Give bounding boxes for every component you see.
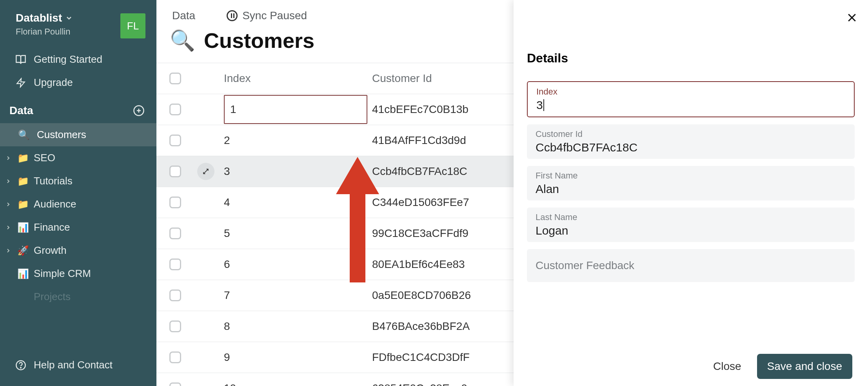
row-checkbox[interactable] — [169, 382, 181, 386]
row-checkbox[interactable] — [169, 259, 181, 270]
svg-line-6 — [203, 169, 208, 174]
sidebar-header: Datablist Florian Poullin FL — [0, 8, 156, 48]
folder-icon: 🚀 — [16, 245, 30, 256]
sidebar-folder-item[interactable]: 🚀Growth — [0, 239, 156, 262]
cell-index[interactable]: 9 — [218, 351, 367, 364]
search-icon: 🔍 — [18, 129, 30, 140]
cell-index-editing[interactable]: 1 — [224, 95, 367, 124]
page-emoji-icon: 🔍 — [170, 29, 195, 53]
sidebar-item-label: Upgrade — [34, 76, 73, 89]
field-label: First Name — [536, 171, 846, 181]
svg-point-5 — [20, 367, 21, 368]
folder-icon: 📊 — [16, 222, 30, 233]
workspace-switcher[interactable]: Datablist — [16, 12, 73, 24]
sidebar-item-simple-crm[interactable]: 📊 Simple CRM — [0, 262, 156, 285]
sidebar-item-label: Projects — [34, 291, 71, 303]
sidebar-item-label: Simple CRM — [34, 268, 91, 280]
field-last-name[interactable]: Last Name Logan — [527, 208, 855, 242]
row-checkbox[interactable] — [169, 228, 181, 239]
row-checkbox[interactable] — [169, 135, 181, 146]
sidebar-item-label: Getting Started — [34, 53, 102, 66]
field-placeholder: Customer Feedback — [536, 254, 846, 277]
chevron-right-icon — [4, 155, 13, 161]
sidebar-item-getting-started[interactable]: Getting Started — [0, 48, 156, 71]
brand-name: Datablist — [16, 12, 62, 24]
details-heading: Details — [527, 51, 855, 66]
select-all-checkbox[interactable] — [169, 73, 181, 84]
add-collection-button[interactable] — [133, 105, 145, 117]
sidebar-item-label: Audience — [34, 198, 76, 210]
sidebar-item-projects[interactable]: Projects — [0, 285, 156, 308]
chevron-right-icon — [4, 178, 13, 184]
close-button[interactable] — [846, 12, 858, 24]
cell-index[interactable]: 3 — [218, 165, 367, 178]
save-and-close-button[interactable]: Save and close — [757, 354, 852, 379]
cell-index[interactable]: 6 — [218, 258, 367, 271]
details-panel: Details Index 3 Customer Id Ccb4fbCB7FAc… — [514, 0, 868, 386]
row-checkbox[interactable] — [169, 320, 181, 332]
chevron-right-icon — [4, 248, 13, 254]
cell-index[interactable]: 10 — [218, 382, 367, 386]
field-value: Alan — [536, 182, 846, 196]
svg-marker-0 — [17, 78, 25, 87]
chart-icon: 📊 — [16, 268, 30, 279]
field-first-name[interactable]: First Name Alan — [527, 166, 855, 200]
column-header-index[interactable]: Index — [218, 72, 367, 85]
sidebar-item-help[interactable]: Help and Contact — [0, 353, 156, 377]
book-icon — [15, 54, 27, 65]
bolt-icon — [15, 78, 27, 88]
main: Data Sync Paused 🔍 Customers Index Custo… — [156, 0, 868, 386]
row-checkbox[interactable] — [169, 290, 181, 301]
folder-icon: 📁 — [16, 153, 30, 164]
breadcrumb-data[interactable]: Data — [172, 9, 195, 22]
field-value: 3 — [536, 98, 543, 112]
pause-icon — [227, 10, 238, 21]
sidebar-item-upgrade[interactable]: Upgrade — [0, 71, 156, 94]
chevron-down-icon — [65, 14, 73, 22]
folder-icon: 📁 — [16, 176, 30, 187]
section-label: Data — [9, 104, 33, 117]
field-value: Logan — [536, 224, 846, 237]
sidebar-item-label: Finance — [34, 221, 70, 233]
page-title: Customers — [204, 28, 314, 53]
sidebar-folder-item[interactable]: 📊Finance — [0, 216, 156, 239]
row-checkbox[interactable] — [169, 351, 181, 363]
text-caret-icon — [543, 99, 544, 111]
help-icon — [15, 360, 27, 371]
chevron-right-icon — [4, 201, 13, 208]
field-label: Customer Id — [536, 129, 846, 139]
sidebar-folder-item[interactable]: 📁Tutorials — [0, 169, 156, 193]
close-text-button[interactable]: Close — [713, 360, 741, 373]
cell-index[interactable]: 8 — [218, 320, 367, 333]
chevron-right-icon — [4, 224, 13, 231]
sidebar-section-data: Data — [0, 94, 156, 123]
field-label: Index — [536, 87, 845, 97]
expand-row-button[interactable] — [197, 163, 214, 180]
sidebar-item-label: Customers — [37, 129, 86, 141]
cell-index[interactable]: 5 — [218, 227, 367, 240]
field-customer-id[interactable]: Customer Id Ccb4fbCB7FAc18C — [527, 124, 855, 159]
sync-status[interactable]: Sync Paused — [227, 9, 307, 22]
row-checkbox[interactable] — [169, 197, 181, 208]
sidebar-folder-item[interactable]: 📁SEO — [0, 146, 156, 169]
sidebar: Datablist Florian Poullin FL Getting Sta… — [0, 0, 156, 386]
field-customer-feedback[interactable]: Customer Feedback — [527, 249, 855, 282]
cell-index[interactable]: 4 — [218, 196, 367, 209]
field-index[interactable]: Index 3 — [527, 81, 855, 117]
sidebar-folder-item[interactable]: 📁Audience — [0, 193, 156, 216]
field-value: Ccb4fbCB7FAc18C — [536, 141, 846, 154]
cell-index[interactable]: 2 — [218, 134, 367, 147]
cell-index[interactable]: 7 — [218, 289, 367, 302]
field-label: Last Name — [536, 212, 846, 222]
sidebar-item-label: Help and Contact — [34, 359, 113, 371]
sidebar-item-label: Growth — [34, 244, 67, 257]
row-checkbox[interactable] — [169, 166, 181, 177]
sidebar-item-label: SEO — [34, 152, 55, 164]
row-checkbox[interactable] — [169, 104, 181, 115]
panel-footer: Close Save and close — [527, 348, 855, 379]
user-name: Florian Poullin — [16, 27, 73, 37]
sidebar-item-customers[interactable]: 🔍 Customers — [0, 123, 156, 146]
sidebar-item-label: Tutorials — [34, 175, 73, 187]
avatar[interactable]: FL — [120, 13, 145, 38]
sync-label: Sync Paused — [242, 9, 307, 22]
